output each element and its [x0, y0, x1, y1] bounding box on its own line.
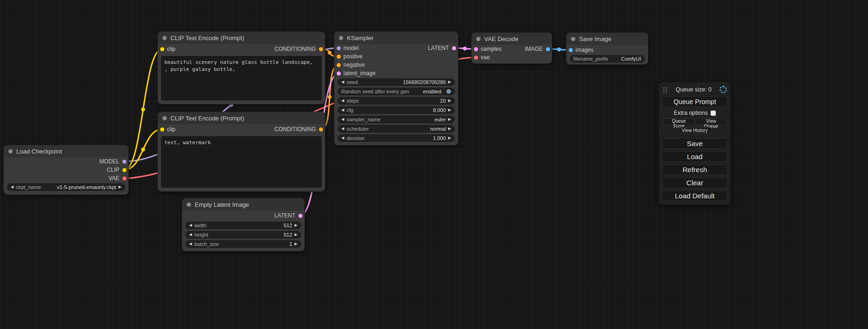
input-slot-latent-image[interactable]: latent_image — [337, 70, 376, 77]
latent-image-input-dot[interactable] — [337, 71, 341, 76]
output-slot-image[interactable]: IMAGE — [525, 46, 550, 52]
clip-input-dot[interactable] — [160, 47, 164, 51]
ckpt-name-widget[interactable]: ◀ ckpt_name v1-5-pruned-emaonly.ckpt ▶ — [7, 183, 125, 191]
decrement-arrow-icon[interactable]: ◀ — [341, 127, 344, 131]
collapse-dot[interactable] — [162, 36, 167, 40]
positive-input-dot[interactable] — [337, 55, 341, 59]
collapse-dot[interactable] — [8, 149, 13, 154]
decrement-arrow-icon[interactable]: ◀ — [341, 136, 344, 140]
vae-output-dot[interactable] — [122, 176, 127, 181]
extra-options-checkbox[interactable] — [711, 111, 716, 116]
decrement-arrow-icon[interactable]: ◀ — [11, 185, 14, 189]
load-button[interactable]: Load — [662, 151, 727, 162]
images-input-dot[interactable] — [569, 48, 573, 52]
decrement-arrow-icon[interactable]: ◀ — [341, 108, 344, 112]
decrement-arrow-icon[interactable]: ◀ — [189, 233, 192, 237]
input-slot-vae[interactable]: vae — [474, 54, 490, 61]
model-input-dot[interactable] — [337, 46, 341, 50]
clear-button[interactable]: Clear — [662, 177, 727, 188]
node-title-bar[interactable]: Save Image — [566, 33, 648, 45]
node-title-bar[interactable]: KSampler — [334, 32, 458, 44]
node-title-bar[interactable]: VAE Decode — [472, 33, 552, 45]
conditioning-output-dot[interactable] — [319, 127, 323, 132]
model-output-dot[interactable] — [122, 160, 127, 164]
height-widget[interactable]: ◀ height 512 ▶ — [185, 231, 301, 238]
collapse-dot[interactable] — [187, 203, 191, 207]
decrement-arrow-icon[interactable]: ◀ — [341, 118, 344, 121]
steps-widget[interactable]: ◀ steps 20 ▶ — [338, 97, 455, 105]
image-output-dot[interactable] — [546, 47, 550, 51]
decrement-arrow-icon[interactable]: ◀ — [189, 224, 192, 227]
output-slot-clip[interactable]: CLIP — [107, 167, 127, 173]
collapse-dot[interactable] — [162, 116, 167, 120]
clip-input-dot[interactable] — [160, 127, 164, 132]
output-slot-latent[interactable]: LATENT — [274, 212, 302, 219]
denoise-widget[interactable]: ◀ denoise 1.000 ▶ — [338, 134, 455, 142]
input-slot-negative[interactable]: negative — [337, 62, 365, 68]
latent-output-dot[interactable] — [452, 46, 456, 50]
node-clip-text-encode-positive[interactable]: CLIP Text Encode (Prompt) clip CONDITION… — [158, 32, 325, 104]
input-slot-model[interactable]: model — [337, 45, 359, 51]
output-slot-vae[interactable]: VAE — [108, 175, 126, 182]
graph-canvas[interactable]: Load Checkpoint MODEL CLIP VAE ◀ ckpt_na… — [0, 0, 868, 329]
width-widget[interactable]: ◀ width 512 ▶ — [185, 222, 301, 229]
increment-arrow-icon[interactable]: ▶ — [295, 242, 297, 246]
output-slot-conditioning[interactable]: CONDITIONING — [275, 46, 323, 52]
input-slot-samples[interactable]: samples — [474, 46, 502, 52]
comfy-menu[interactable]: Queue size: 0 Queue Prompt Extra options… — [659, 82, 731, 205]
node-load-checkpoint[interactable]: Load Checkpoint MODEL CLIP VAE ◀ ckpt_na… — [4, 145, 128, 195]
decrement-arrow-icon[interactable]: ◀ — [341, 80, 344, 84]
output-slot-conditioning[interactable]: CONDITIONING — [275, 126, 323, 133]
queue-prompt-button[interactable]: Queue Prompt — [662, 96, 727, 107]
increment-arrow-icon[interactable]: ▶ — [448, 99, 451, 103]
seed-widget[interactable]: ◀ seed 156680208700286 ▶ — [338, 78, 455, 86]
increment-arrow-icon[interactable]: ▶ — [295, 224, 297, 227]
increment-arrow-icon[interactable]: ▶ — [448, 127, 451, 131]
node-vae-decode[interactable]: VAE Decode samples IMAGE vae — [472, 33, 552, 63]
node-save-image[interactable]: Save Image images filename_prefix ComfyU… — [566, 33, 648, 64]
input-slot-images[interactable]: images — [569, 47, 594, 53]
prompt-text-area[interactable]: beautiful scenery nature glass bottle la… — [161, 56, 322, 100]
view-queue-button[interactable]: View Queue — [695, 118, 727, 125]
input-slot-clip[interactable]: clip — [160, 126, 176, 133]
sampler-name-widget[interactable]: ◀ sampler_name euler ▶ — [338, 116, 455, 123]
decrement-arrow-icon[interactable]: ◀ — [341, 99, 344, 103]
cfg-widget[interactable]: ◀ cfg 8.000 ▶ — [338, 106, 455, 114]
increment-arrow-icon[interactable]: ▶ — [295, 233, 297, 237]
collapse-dot[interactable] — [571, 37, 575, 41]
collapse-dot[interactable] — [476, 37, 480, 41]
latent-output-dot[interactable] — [298, 214, 303, 218]
input-slot-positive[interactable]: positive — [337, 53, 363, 60]
node-title-bar[interactable]: CLIP Text Encode (Prompt) — [158, 112, 325, 124]
node-title-bar[interactable]: Load Checkpoint — [4, 145, 128, 157]
samples-input-dot[interactable] — [474, 47, 478, 51]
save-button[interactable]: Save — [662, 138, 727, 149]
refresh-button[interactable]: Refresh — [662, 164, 727, 175]
node-title-bar[interactable]: CLIP Text Encode (Prompt) — [158, 32, 325, 44]
output-slot-model[interactable]: MODEL — [99, 158, 127, 165]
node-clip-text-encode-negative[interactable]: CLIP Text Encode (Prompt) clip CONDITION… — [158, 112, 325, 191]
increment-arrow-icon[interactable]: ▶ — [448, 118, 451, 121]
output-slot-latent[interactable]: LATENT — [428, 45, 456, 51]
queue-front-button[interactable]: Queue Front — [663, 118, 695, 125]
input-slot-clip[interactable]: clip — [160, 46, 176, 52]
load-default-button[interactable]: Load Default — [662, 190, 727, 201]
toggle-knob[interactable] — [446, 89, 451, 94]
increment-arrow-icon[interactable]: ▶ — [448, 136, 451, 140]
settings-gear-icon[interactable] — [720, 86, 727, 93]
drag-handle-icon[interactable] — [663, 87, 668, 93]
node-empty-latent-image[interactable]: Empty Latent Image LATENT ◀ width 512 ▶ … — [182, 198, 304, 251]
node-title-bar[interactable]: Empty Latent Image — [182, 198, 304, 210]
prompt-text-area[interactable]: text, watermark — [161, 136, 322, 188]
collapse-dot[interactable] — [339, 36, 343, 40]
random-seed-toggle-widget[interactable]: Random seed after every gen enabled — [338, 88, 455, 95]
scheduler-widget[interactable]: ◀ scheduler normal ▶ — [338, 125, 455, 133]
filename-prefix-widget[interactable]: filename_prefix ComfyUI — [570, 55, 645, 63]
increment-arrow-icon[interactable]: ▶ — [448, 80, 451, 84]
clip-output-dot[interactable] — [122, 168, 127, 172]
decrement-arrow-icon[interactable]: ◀ — [189, 242, 192, 246]
negative-input-dot[interactable] — [337, 63, 341, 67]
batch-size-widget[interactable]: ◀ batch_size 1 ▶ — [185, 240, 301, 248]
view-history-button[interactable]: View History — [677, 127, 712, 134]
conditioning-output-dot[interactable] — [319, 47, 323, 51]
